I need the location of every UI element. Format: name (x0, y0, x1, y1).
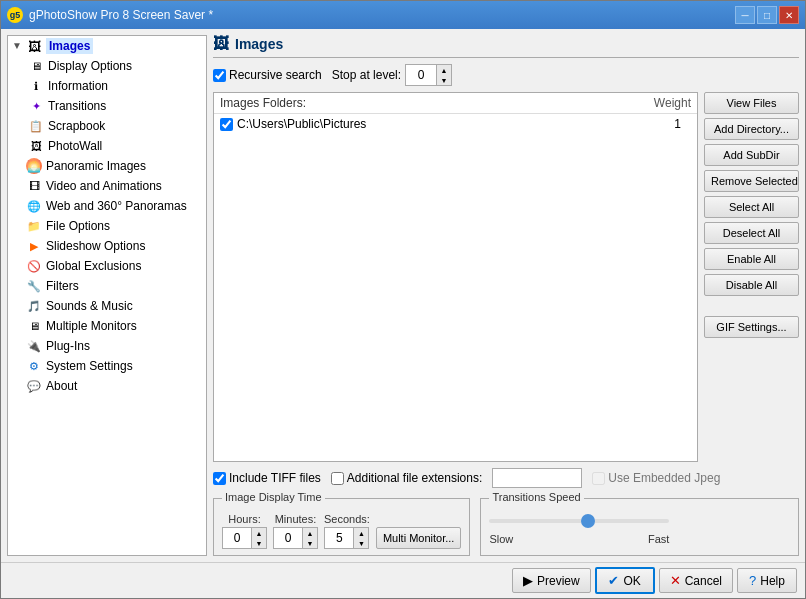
sidebar-item-system[interactable]: ▶ ⚙ System Settings (8, 356, 206, 376)
minutes-down-btn[interactable]: ▼ (303, 538, 317, 548)
seconds-spinner-btns: ▲ ▼ (353, 528, 368, 548)
sidebar-item-sounds[interactable]: ▶ 🎵 Sounds & Music (8, 296, 206, 316)
filters-icon: 🔧 (26, 278, 42, 294)
section-title: Images (235, 36, 283, 52)
sidebar-item-transitions[interactable]: ✦ Transitions (8, 96, 206, 116)
transitions-speed-group: Transitions Speed Slow Fast (480, 498, 799, 556)
recursive-search-checkbox[interactable] (213, 69, 226, 82)
slider-track (489, 519, 669, 523)
hours-input[interactable] (223, 528, 251, 548)
include-tiff-checkbox[interactable] (213, 472, 226, 485)
sounds-expand-icon: ▶ (12, 300, 24, 312)
web360-expand-icon: ▶ (12, 200, 24, 212)
footer: ▶ Preview ✔ OK ✕ Cancel ? Help (1, 562, 805, 598)
view-files-button[interactable]: View Files (704, 92, 799, 114)
hours-spinner-btns: ▲ ▼ (251, 528, 266, 548)
right-panel: 🖼 Images Recursive search Stop at level:… (213, 35, 799, 556)
help-label: Help (760, 574, 785, 588)
sidebar-item-slideshow[interactable]: ▶ ▶ Slideshow Options (8, 236, 206, 256)
add-directory-button[interactable]: Add Directory... (704, 118, 799, 140)
hours-label: Hours: (228, 513, 260, 525)
minimize-button[interactable]: ─ (735, 6, 755, 24)
sidebar-label-video: Video and Animations (46, 179, 162, 193)
monitors-expand-icon: ▶ (12, 320, 24, 332)
hours-down-btn[interactable]: ▼ (252, 538, 266, 548)
sidebar-item-monitors[interactable]: ▶ 🖥 Multiple Monitors (8, 316, 206, 336)
sidebar-item-about[interactable]: ▶ 💬 About (8, 376, 206, 396)
level-up-btn[interactable]: ▲ (437, 65, 451, 75)
title-controls: ─ □ ✕ (735, 6, 799, 24)
include-tiff-label[interactable]: Include TIFF files (213, 471, 321, 485)
minutes-input[interactable] (274, 528, 302, 548)
sidebar-item-information[interactable]: ℹ Information (8, 76, 206, 96)
hours-up-btn[interactable]: ▲ (252, 528, 266, 538)
cancel-button[interactable]: ✕ Cancel (659, 568, 733, 593)
about-icon: 💬 (26, 378, 42, 394)
images-root-icon: 🖼 (26, 38, 42, 54)
transitions-icon: ✦ (28, 98, 44, 114)
sidebar-item-plugins[interactable]: ▶ 🔌 Plug-Ins (8, 336, 206, 356)
sidebar-tree: ▼ 🖼 Images 🖥 Display Options ℹ Informati… (7, 35, 207, 556)
sidebar-item-photowall[interactable]: 🖼 PhotoWall (8, 136, 206, 156)
sidebar-item-file-options[interactable]: ▶ 📁 File Options (8, 216, 206, 236)
sidebar-item-scrapbook[interactable]: 📋 Scrapbook (8, 116, 206, 136)
recursive-search-label[interactable]: Recursive search (213, 68, 322, 82)
ok-icon: ✔ (608, 573, 619, 588)
additional-ext-checkbox[interactable] (331, 472, 344, 485)
add-subdir-button[interactable]: Add SubDir (704, 144, 799, 166)
information-icon: ℹ (28, 78, 44, 94)
video-expand-icon: ▶ (12, 180, 24, 192)
minutes-up-btn[interactable]: ▲ (303, 528, 317, 538)
folder-checkbox[interactable] (220, 118, 233, 131)
sidebar-item-filters[interactable]: ▶ 🔧 Filters (8, 276, 206, 296)
seconds-group: Seconds: ▲ ▼ (324, 513, 370, 549)
folder-path: C:\Users\Public\Pictures (237, 117, 674, 131)
preview-button[interactable]: ▶ Preview (512, 568, 591, 593)
sidebar-item-web360[interactable]: ▶ 🌐 Web and 360° Panoramas (8, 196, 206, 216)
level-down-btn[interactable]: ▼ (437, 75, 451, 85)
multi-monitor-button[interactable]: Multi Monitor... (376, 527, 462, 549)
expand-icon: ▼ (12, 40, 24, 52)
use-embedded-jpeg-label: Use Embedded Jpeg (592, 471, 720, 485)
global-exclusions-icon: 🚫 (26, 258, 42, 274)
help-button[interactable]: ? Help (737, 568, 797, 593)
level-value[interactable] (406, 65, 436, 85)
additional-ext-label[interactable]: Additional file extensions: (331, 471, 482, 485)
fast-label: Fast (648, 533, 669, 545)
stop-at-level-label: Stop at level: (332, 68, 401, 82)
sidebar-item-panoramic[interactable]: ▶ 🌅 Panoramic Images (8, 156, 206, 176)
folder-row: C:\Users\Public\Pictures 1 (214, 114, 697, 134)
ok-button[interactable]: ✔ OK (595, 567, 655, 594)
remove-selected-button[interactable]: Remove Selected (704, 170, 799, 192)
disable-all-button[interactable]: Disable All (704, 274, 799, 296)
scrapbook-icon: 📋 (28, 118, 44, 134)
content-area: ▼ 🖼 Images 🖥 Display Options ℹ Informati… (1, 29, 805, 562)
seconds-up-btn[interactable]: ▲ (354, 528, 368, 538)
include-tiff-text: Include TIFF files (229, 471, 321, 485)
enable-all-button[interactable]: Enable All (704, 248, 799, 270)
gif-settings-button[interactable]: GIF Settings... (704, 316, 799, 338)
sidebar-item-video[interactable]: ▶ 🎞 Video and Animations (8, 176, 206, 196)
file-options-expand-icon: ▶ (12, 220, 24, 232)
top-options: Recursive search Stop at level: ▲ ▼ (213, 64, 799, 86)
seconds-input[interactable] (325, 528, 353, 548)
help-icon: ? (749, 573, 756, 588)
deselect-all-button[interactable]: Deselect All (704, 222, 799, 244)
additional-ext-input[interactable] (492, 468, 582, 488)
preview-icon: ▶ (523, 573, 533, 588)
sidebar-item-display-options[interactable]: 🖥 Display Options (8, 56, 206, 76)
global-exclusions-expand-icon: ▶ (12, 260, 24, 272)
cancel-icon: ✕ (670, 573, 681, 588)
close-button[interactable]: ✕ (779, 6, 799, 24)
sidebar-label-file-options: File Options (46, 219, 110, 233)
slider-thumb[interactable] (581, 514, 595, 528)
sidebar-item-global-exclusions[interactable]: ▶ 🚫 Global Exclusions (8, 256, 206, 276)
seconds-down-btn[interactable]: ▼ (354, 538, 368, 548)
sidebar-item-images-root[interactable]: ▼ 🖼 Images (8, 36, 206, 56)
select-all-button[interactable]: Select All (704, 196, 799, 218)
plugins-icon: 🔌 (26, 338, 42, 354)
app-icon: g5 (7, 7, 23, 23)
image-display-time-group: Image Display Time Hours: ▲ ▼ (213, 498, 470, 556)
minutes-label: Minutes: (275, 513, 317, 525)
maximize-button[interactable]: □ (757, 6, 777, 24)
